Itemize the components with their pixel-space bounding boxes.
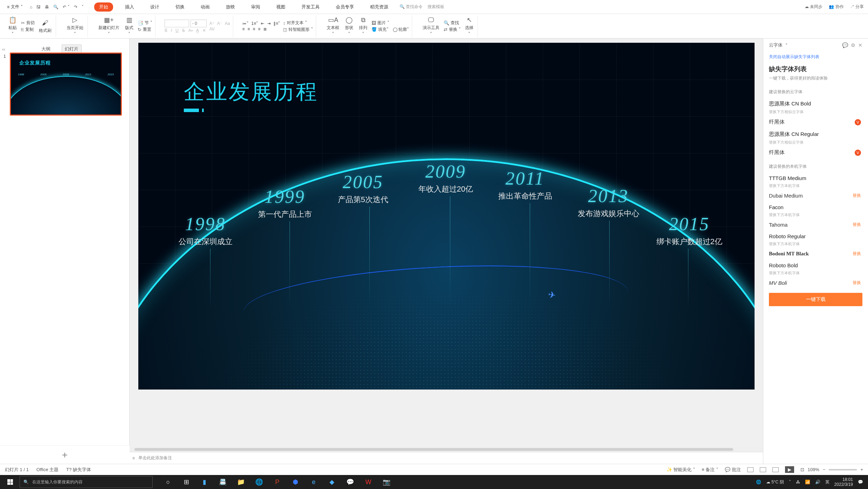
theme-indicator[interactable]: Office 主题	[36, 467, 58, 473]
qat-home-icon[interactable]: ⌂	[30, 5, 32, 9]
tab-review[interactable]: 审阅	[247, 2, 264, 12]
outline-button[interactable]: ◯ 轮廓˅	[393, 27, 409, 33]
arrange-button[interactable]: ⧉排列˅	[357, 15, 369, 37]
shapes-button[interactable]: ◯形状˅	[343, 15, 355, 37]
collapse-sidebar-icon[interactable]: ‹‹	[2, 47, 5, 52]
replace-font-button[interactable]: 替换	[853, 222, 861, 228]
thumbnail-slide-1[interactable]: 企业发展历程 1998 2005 2009 2011 2015	[10, 53, 122, 116]
font-color-button[interactable]: A▪	[188, 28, 193, 33]
sidebar-tab-outline[interactable]: 大纲	[39, 45, 53, 53]
clear-format-button[interactable]: ✕	[202, 28, 206, 33]
search-templates[interactable]: 搜索模板	[428, 4, 444, 10]
numbering-icon[interactable]: 1≡˅	[251, 21, 258, 26]
format-painter-button[interactable]: 🖌格式刷	[37, 18, 53, 34]
slide-content[interactable]: 企业发展历程 ✈ 1998公司在深圳成立1999第一代产品上市2005产品第5次…	[138, 43, 755, 390]
distribute-icon[interactable]: ≣	[263, 27, 267, 32]
change-case-icon[interactable]: Aa	[225, 21, 230, 26]
layout-button[interactable]: ▥版式˅	[124, 15, 135, 37]
character-spacing-icon[interactable]: AV	[209, 27, 215, 32]
demo-tools-button[interactable]: 🖵演示工具˅	[421, 15, 441, 37]
replace-font-button[interactable]: 替换	[853, 193, 861, 199]
task-app4-icon[interactable]: ◆	[324, 475, 340, 489]
qat-more-icon[interactable]: ˅	[82, 5, 84, 9]
tab-view[interactable]: 视图	[272, 2, 290, 12]
task-wechat-icon[interactable]: 💬	[342, 475, 358, 489]
qat-print-icon[interactable]: 🖶	[45, 5, 49, 9]
align-left-icon[interactable]: ≡	[242, 27, 245, 32]
italic-button[interactable]: I	[171, 28, 172, 33]
tab-animation[interactable]: 动画	[196, 2, 214, 12]
qat-save-icon[interactable]: 🖫	[36, 5, 41, 9]
play-from-current-button[interactable]: ▷当页开始˅	[65, 15, 85, 37]
tab-insert[interactable]: 插入	[121, 2, 138, 12]
cut-button[interactable]: ✂剪切	[21, 20, 35, 26]
notes-placeholder[interactable]: 单击此处添加备注	[138, 455, 172, 461]
task-explorer-icon[interactable]: 📁	[233, 475, 249, 489]
milestone-1999[interactable]: 1999第一代产品上市	[258, 186, 312, 220]
milestone-2011[interactable]: 2011推出革命性产品	[498, 168, 552, 201]
slide-title[interactable]: 企业发展历程	[184, 78, 318, 106]
section-button[interactable]: 📑节˅	[138, 20, 152, 26]
tab-design[interactable]: 设计	[146, 2, 164, 12]
align-text-button[interactable]: ↕对齐文本˅	[283, 20, 313, 26]
sync-status[interactable]: ☁ 未同步	[805, 4, 822, 10]
tab-member[interactable]: 会员专享	[332, 2, 358, 12]
cloud-font-sample[interactable]: 纤黑体	[769, 149, 785, 156]
notes-button[interactable]: ≡ 备注 ˅	[702, 467, 718, 473]
disable-auto-display-link[interactable]: 关闭自动展示缺失字体列表	[769, 54, 862, 60]
indent-decrease-icon[interactable]: ⇤	[261, 21, 264, 26]
notes-bar[interactable]: ≡ 单击此处添加备注	[130, 452, 763, 464]
zoom-in-button[interactable]: +	[860, 467, 863, 472]
task-ppt-icon[interactable]: P	[270, 475, 285, 489]
task-cortana-icon[interactable]: ○	[160, 475, 176, 489]
fit-icon[interactable]: ⊡	[800, 467, 804, 472]
start-button[interactable]	[2, 475, 18, 489]
find-command[interactable]: 🔍 查找命令	[400, 4, 423, 10]
highlight-button[interactable]: A̲	[196, 28, 199, 33]
indent-increase-icon[interactable]: ⇥	[267, 21, 271, 26]
line-spacing-icon[interactable]: ‖≡˅	[273, 21, 280, 26]
replace-button[interactable]: ⇄替换˅	[444, 27, 461, 33]
strikethrough-button[interactable]: S̶	[182, 28, 185, 33]
smart-beautify-button[interactable]: ✨ 智能美化 ˅	[667, 467, 695, 473]
underline-button[interactable]: U	[175, 28, 179, 33]
clock[interactable]: 18:01 2022/3/19	[834, 477, 853, 487]
milestone-2009[interactable]: 2009年收入超过20亿	[418, 161, 473, 194]
local-font-sample[interactable]: Tahoma	[769, 222, 787, 228]
tray-volume-icon[interactable]: 🔊	[815, 480, 820, 484]
tab-transition[interactable]: 切换	[171, 2, 189, 12]
task-chrome-icon[interactable]: 🌐	[251, 475, 267, 489]
panel-close-icon[interactable]: ✕	[858, 42, 862, 48]
bold-button[interactable]: B	[165, 28, 167, 33]
milestone-2005[interactable]: 2005产品第5次迭代	[338, 172, 388, 205]
collaborate-button[interactable]: 👥 协作	[829, 4, 843, 10]
comments-button[interactable]: 💬 批注	[725, 467, 741, 473]
font-size-input[interactable]	[190, 20, 207, 27]
tray-network-icon[interactable]: 🖧	[796, 480, 800, 484]
local-font-sample[interactable]: MV Boli	[769, 280, 787, 286]
task-wps-icon[interactable]: W	[361, 475, 376, 489]
notes-toggle-icon[interactable]: ≡	[132, 456, 135, 461]
view-normal-icon[interactable]	[747, 467, 754, 472]
cloud-font-sample[interactable]: 纤黑体	[769, 119, 785, 125]
increase-font-icon[interactable]: A⁺	[209, 21, 214, 26]
fill-button[interactable]: 🪣 填充˅	[371, 27, 388, 33]
replace-font-button[interactable]: 替换	[853, 280, 861, 286]
milestone-2015[interactable]: 2015绑卡账户数超过2亿	[657, 214, 722, 247]
decrease-font-icon[interactable]: A⁻	[217, 21, 222, 26]
panel-chat-icon[interactable]: 💬	[842, 42, 848, 48]
weather-widget[interactable]: ☁ 5°C 阴	[766, 479, 784, 485]
milestone-2013[interactable]: 2013发布游戏娱乐中心	[578, 186, 639, 219]
task-app3-icon[interactable]: ⬢	[288, 475, 303, 489]
taskbar-search[interactable]: 🔍 在这里输入你要搜索的内容	[20, 476, 153, 488]
justify-icon[interactable]: ≡	[258, 27, 261, 32]
tab-resources[interactable]: 稻壳资源	[366, 2, 393, 12]
tab-slideshow[interactable]: 放映	[222, 2, 239, 12]
find-button[interactable]: 🔍查找	[444, 20, 461, 26]
tab-start[interactable]: 开始	[94, 2, 113, 12]
zoom-out-button[interactable]: −	[823, 467, 826, 472]
replace-font-button[interactable]: 替换	[853, 251, 861, 257]
font-family-input[interactable]	[165, 20, 189, 27]
view-reading-icon[interactable]	[772, 467, 779, 472]
picture-button[interactable]: 🖼图片˅	[371, 20, 409, 26]
